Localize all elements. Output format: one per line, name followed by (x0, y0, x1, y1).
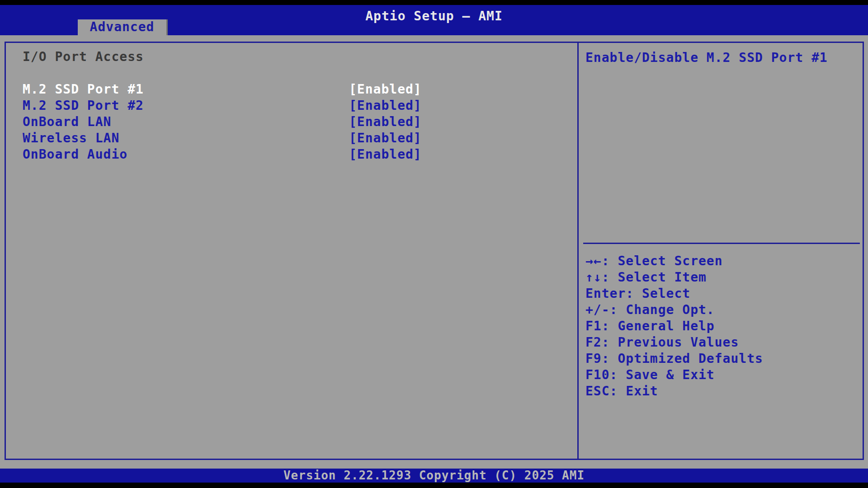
hint-f10-save-exit: F10: Save & Exit (585, 367, 860, 384)
menu-item-m2-ssd-port-2[interactable]: M.2 SSD Port #2 [Enabled] (6, 98, 577, 114)
bottom-black-strip (0, 483, 868, 488)
hint-select-item: ↑↓: Select Item (585, 270, 860, 286)
top-black-strip (0, 0, 868, 5)
hint-select-screen: →←: Select Screen (585, 253, 860, 270)
main-frame: I/O Port Access M.2 SSD Port #1 [Enabled… (5, 42, 864, 460)
options-list: M.2 SSD Port #1 [Enabled] M.2 SSD Port #… (6, 82, 577, 163)
title-bar: Aptio Setup – AMI Advanced (0, 5, 868, 35)
version-text: Version 2.22.1293 Copyright (C) 2025 AMI (0, 469, 868, 483)
hint-esc-exit: ESC: Exit (585, 384, 860, 400)
menu-item-value: [Enabled] (349, 114, 422, 129)
section-title: I/O Port Access (23, 49, 144, 64)
menu-item-label: OnBoard LAN (23, 114, 111, 129)
menu-item-value: [Enabled] (349, 98, 422, 113)
hint-f2-previous-values: F2: Previous Values (585, 335, 860, 351)
tab-advanced[interactable]: Advanced (78, 19, 168, 35)
key-hints: →←: Select Screen ↑↓: Select Item Enter:… (585, 253, 860, 400)
help-divider-horizontal (583, 243, 860, 244)
hint-change-option: +/-: Change Opt. (585, 302, 860, 319)
options-pane: I/O Port Access M.2 SSD Port #1 [Enabled… (6, 43, 577, 459)
hint-f1-general-help: F1: General Help (585, 319, 860, 335)
help-description: Enable/Disable M.2 SSD Port #1 (585, 50, 828, 65)
bios-setup-screen: Aptio Setup – AMI Advanced I/O Port Acce… (0, 0, 868, 488)
hint-f9-optimized-defaults: F9: Optimized Defaults (585, 351, 860, 367)
menu-item-label: Wireless LAN (23, 131, 119, 145)
help-panel: Enable/Disable M.2 SSD Port #1 →←: Selec… (579, 43, 863, 459)
menu-item-value: [Enabled] (349, 147, 422, 162)
menu-item-value: [Enabled] (349, 131, 422, 145)
menu-item-m2-ssd-port-1[interactable]: M.2 SSD Port #1 [Enabled] (6, 82, 577, 98)
menu-item-label: M.2 SSD Port #1 (23, 82, 144, 97)
menu-item-label: OnBoard Audio (23, 147, 127, 162)
menu-item-label: M.2 SSD Port #2 (23, 98, 144, 113)
hint-enter-select: Enter: Select (585, 286, 860, 302)
menu-item-value: [Enabled] (349, 82, 422, 97)
status-bar: Version 2.22.1293 Copyright (C) 2025 AMI (0, 469, 868, 483)
menu-item-wireless-lan[interactable]: Wireless LAN [Enabled] (6, 131, 577, 147)
menu-item-onboard-lan[interactable]: OnBoard LAN [Enabled] (6, 114, 577, 131)
menu-item-onboard-audio[interactable]: OnBoard Audio [Enabled] (6, 147, 577, 163)
